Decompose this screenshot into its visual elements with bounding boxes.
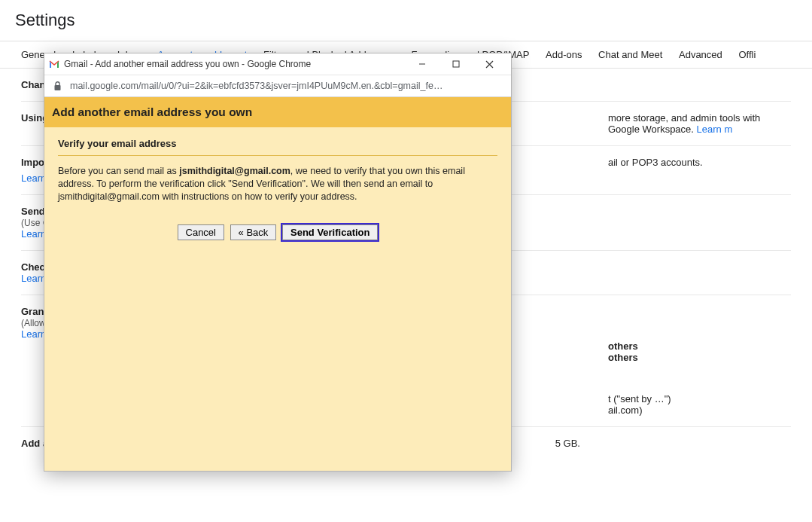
verify-email-dialog: Gmail - Add another email address you ow… — [44, 53, 512, 472]
dialog-button-row: Cancel « Back Send Verification — [58, 224, 497, 240]
learn-more-link-5[interactable]: Learn — [21, 328, 46, 340]
verify-text-a: Before you can send mail as — [58, 166, 179, 176]
dialog-titlebar: Gmail - Add another email address you ow… — [44, 53, 511, 75]
learn-more-link-3[interactable]: Learn — [21, 228, 46, 240]
verify-heading: Verify your email address — [58, 135, 497, 156]
tab-offline[interactable]: Offli — [738, 49, 756, 60]
window-controls — [405, 53, 506, 75]
tab-chat-meet[interactable]: Chat and Meet — [598, 49, 662, 60]
others-text-2: others — [608, 352, 638, 363]
url-text: mail.google.com/mail/u/0/?ui=2&ik=ebfcfd… — [70, 81, 442, 91]
others-text-1: others — [608, 340, 638, 352]
gmail-icon — [49, 59, 59, 69]
verify-text: Before you can send mail as jsmithdigita… — [58, 165, 479, 203]
mailcom-text: ail.com) — [608, 404, 791, 416]
cancel-button[interactable]: Cancel — [178, 224, 224, 240]
learn-more-link[interactable]: Learn m — [697, 124, 733, 135]
dialog-body: Verify your email address Before you can… — [44, 127, 511, 471]
address-bar[interactable]: mail.google.com/mail/u/0/?ui=2&ik=ebfcfd… — [44, 75, 511, 97]
minimize-button[interactable] — [405, 53, 439, 75]
learn-more-link-4[interactable]: Learn — [21, 273, 46, 284]
dialog-banner: Add another email address you own — [44, 97, 511, 127]
send-verification-button[interactable]: Send Verification — [282, 224, 378, 240]
using-body-text: more storage, and admin tools with Googl… — [608, 112, 760, 135]
dialog-window-title: Gmail - Add another email address you ow… — [64, 59, 311, 69]
storage-size: 5 GB. — [555, 438, 791, 449]
send-label-text: Send — [21, 206, 45, 217]
close-button[interactable] — [473, 53, 506, 75]
maximize-button[interactable] — [439, 53, 473, 75]
grant-sub-text: (Allow — [21, 318, 46, 328]
verify-email: jsmithdigital@gmail.com — [179, 166, 290, 176]
back-button[interactable]: « Back — [230, 224, 277, 240]
svg-rect-5 — [54, 85, 60, 90]
page-title: Settings — [0, 0, 812, 41]
lock-icon — [52, 81, 62, 91]
tab-addons[interactable]: Add-ons — [546, 49, 582, 60]
svg-rect-2 — [453, 61, 459, 67]
learn-more-link-2[interactable]: Learn — [21, 172, 46, 184]
sentby-text: t ("sent by …") — [608, 393, 791, 404]
tab-advanced[interactable]: Advanced — [679, 49, 722, 60]
